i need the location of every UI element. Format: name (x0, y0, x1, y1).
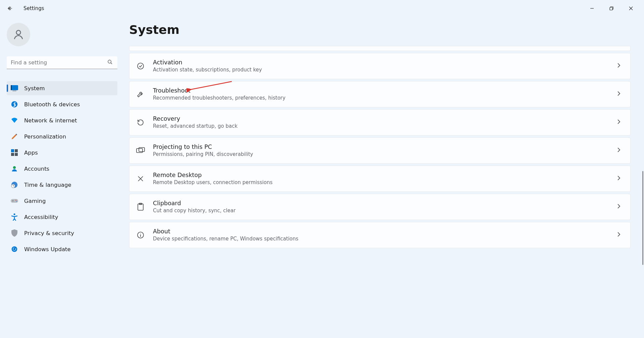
svg-point-15 (12, 201, 13, 202)
svg-point-17 (16, 201, 17, 202)
search-input[interactable] (7, 56, 117, 69)
avatar[interactable] (7, 23, 30, 46)
nav-item-bluetooth[interactable]: Bluetooth & devices (7, 97, 117, 111)
nav-item-apps[interactable]: Apps (7, 146, 117, 160)
nav-label: Privacy & security (24, 230, 74, 236)
card-title: Activation (153, 59, 617, 66)
system-icon (11, 84, 18, 92)
svg-rect-3 (11, 85, 18, 90)
nav-item-time[interactable]: Time & language (7, 178, 117, 192)
card-recovery[interactable]: Recovery Reset, advanced startup, go bac… (129, 109, 631, 135)
chevron-right-icon (617, 91, 621, 98)
nav-label: Gaming (24, 198, 46, 204)
nav-label: Apps (24, 150, 38, 156)
card-sliver (129, 46, 631, 51)
nav-item-accounts[interactable]: Accounts (7, 162, 117, 176)
back-arrow-icon (7, 5, 13, 11)
update-icon (11, 245, 18, 253)
nav-item-gaming[interactable]: Gaming (7, 194, 117, 208)
nav-label: Accessibility (24, 214, 58, 220)
wifi-icon (11, 117, 18, 124)
svg-point-20 (138, 63, 144, 69)
page-title: System (129, 23, 631, 37)
projecting-icon (136, 146, 146, 156)
svg-point-1 (16, 31, 21, 35)
card-activation[interactable]: Activation Activation state, subscriptio… (129, 53, 631, 79)
clock-globe-icon (11, 181, 18, 188)
nav-label: Bluetooth & devices (24, 101, 80, 108)
svg-point-18 (14, 214, 15, 215)
maximize-icon (609, 6, 613, 10)
chevron-right-icon (617, 231, 621, 239)
scrollbar[interactable] (639, 17, 644, 338)
card-clipboard[interactable]: Clipboard Cut and copy history, sync, cl… (129, 194, 631, 220)
info-icon (136, 230, 146, 240)
nav-item-network[interactable]: Network & internet (7, 113, 117, 127)
card-title: Projecting to this PC (153, 144, 617, 151)
troubleshoot-icon (136, 89, 146, 99)
close-icon (629, 6, 633, 10)
nav-item-system[interactable]: System (7, 81, 117, 95)
card-desc: Device specifications, rename PC, Window… (153, 236, 617, 242)
nav-item-update[interactable]: Windows Update (7, 242, 117, 256)
card-remote-desktop[interactable]: Remote Desktop Remote Desktop users, con… (129, 166, 631, 192)
card-desc: Remote Desktop users, connection permiss… (153, 179, 617, 186)
nav-item-accessibility[interactable]: Accessibility (7, 210, 117, 224)
card-desc: Permissions, pairing PIN, discoverabilit… (153, 151, 617, 158)
shield-icon (11, 229, 18, 237)
accounts-icon (11, 165, 18, 172)
svg-rect-8 (15, 149, 18, 152)
card-title: About (153, 228, 617, 235)
nav-label: Time & language (24, 182, 71, 188)
chevron-right-icon (617, 147, 621, 154)
svg-point-16 (15, 200, 16, 201)
card-desc: Reset, advanced startup, go back (153, 123, 617, 130)
card-title: Remote Desktop (153, 172, 617, 179)
titlebar: Settings (0, 0, 644, 17)
nav-item-personalization[interactable]: Personalization (7, 129, 117, 144)
window-title: Settings (23, 5, 44, 11)
minimize-button[interactable] (582, 2, 602, 15)
recovery-icon (136, 117, 146, 127)
svg-rect-22 (139, 148, 145, 152)
card-about[interactable]: About Device specifications, rename PC, … (129, 222, 631, 248)
card-title: Troubleshoot (153, 87, 617, 95)
svg-rect-10 (15, 153, 18, 156)
svg-rect-7 (11, 149, 14, 152)
svg-point-11 (13, 166, 16, 169)
minimize-icon (590, 6, 594, 10)
back-button[interactable] (3, 2, 17, 15)
close-button[interactable] (621, 2, 641, 15)
svg-point-19 (12, 246, 17, 252)
content: System Activation Activation state, subs… (124, 17, 644, 338)
svg-rect-9 (11, 153, 14, 156)
accessibility-icon (11, 213, 18, 221)
chevron-right-icon (617, 119, 621, 126)
nav-label: System (24, 85, 45, 92)
svg-rect-5 (12, 91, 16, 91)
activation-icon (136, 61, 146, 71)
chevron-right-icon (617, 175, 621, 182)
paintbrush-icon (11, 133, 18, 140)
apps-icon (11, 149, 18, 156)
nav-label: Accounts (24, 166, 49, 172)
nav-label: Windows Update (24, 246, 71, 252)
card-title: Clipboard (153, 200, 617, 207)
window-controls (582, 2, 641, 15)
maximize-button[interactable] (602, 2, 621, 15)
card-desc: Activation state, subscriptions, product… (153, 67, 617, 73)
nav: System Bluetooth & devices Network & int… (7, 81, 117, 256)
bluetooth-icon (11, 101, 18, 108)
card-title: Recovery (153, 115, 617, 123)
card-desc: Recommended troubleshooters, preferences… (153, 95, 617, 102)
svg-rect-14 (11, 199, 18, 203)
person-icon (12, 29, 24, 41)
scrollbar-thumb[interactable] (642, 171, 643, 265)
svg-rect-0 (610, 7, 612, 10)
remote-desktop-icon (136, 174, 146, 184)
nav-item-privacy[interactable]: Privacy & security (7, 226, 117, 240)
nav-label: Network & internet (24, 117, 77, 124)
nav-label: Personalization (24, 133, 66, 140)
card-projecting[interactable]: Projecting to this PC Permissions, pairi… (129, 137, 631, 164)
card-troubleshoot[interactable]: Troubleshoot Recommended troubleshooters… (129, 81, 631, 107)
